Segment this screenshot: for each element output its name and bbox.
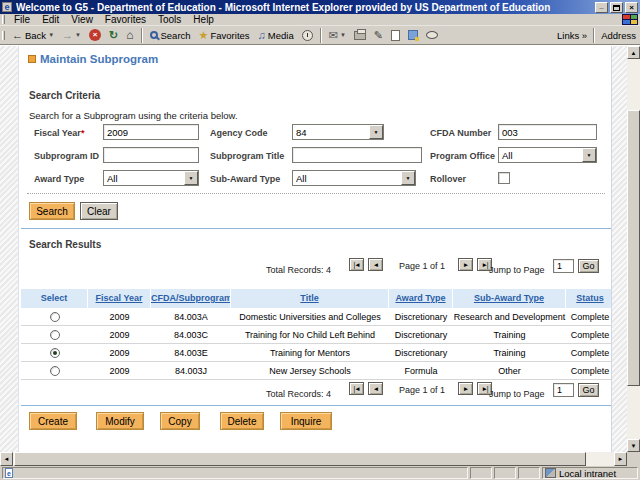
go-button[interactable]: Go bbox=[578, 259, 599, 273]
cell-status: Complete bbox=[566, 330, 612, 340]
column-header-cfda-subprogram[interactable]: CFDA/Subprogram bbox=[151, 289, 231, 308]
mail-dropdown-icon[interactable]: ▼ bbox=[340, 32, 346, 38]
window-title: Welcome to G5 - Department of Education … bbox=[16, 2, 595, 13]
favorites-button[interactable]: ★ Favorites bbox=[195, 27, 254, 44]
delete-button[interactable]: Delete bbox=[220, 412, 264, 430]
forward-button[interactable]: → ▼ bbox=[58, 27, 85, 44]
links-chevron-icon[interactable]: » bbox=[582, 30, 587, 41]
search-icon bbox=[150, 31, 158, 39]
restore-button[interactable] bbox=[610, 2, 623, 13]
previous-page-button[interactable]: ◄ bbox=[368, 258, 383, 271]
status-cell bbox=[470, 467, 492, 479]
menu-favorites[interactable]: Favorites bbox=[99, 14, 152, 26]
menu-view[interactable]: View bbox=[65, 14, 99, 26]
column-header-title[interactable]: Title bbox=[231, 289, 389, 308]
next-page-button[interactable]: ► bbox=[458, 258, 473, 271]
toolbar-separator bbox=[320, 28, 322, 43]
column-header-fiscal-year[interactable]: Fiscal Year bbox=[88, 289, 151, 308]
media-button[interactable]: ♫ Media bbox=[254, 27, 298, 44]
first-page-button[interactable]: |◄ bbox=[349, 258, 364, 271]
menu-file[interactable]: File bbox=[8, 14, 36, 26]
column-header-award-type[interactable]: Award Type bbox=[389, 289, 453, 308]
print-button[interactable] bbox=[350, 27, 370, 44]
go-button[interactable]: Go bbox=[578, 383, 599, 397]
sub-award-type-select[interactable]: All ▼ bbox=[292, 170, 416, 186]
section-divider bbox=[21, 405, 611, 406]
row-select-radio[interactable] bbox=[50, 366, 60, 376]
status-cell bbox=[518, 467, 540, 479]
cfda-number-input[interactable] bbox=[498, 124, 597, 140]
forward-dropdown-icon[interactable]: ▼ bbox=[75, 32, 81, 38]
scroll-left-icon[interactable]: ◄ bbox=[0, 452, 13, 466]
pagination-top: Total Records: 4 |◄ ◄ Page 1 of 1 ► ►| J… bbox=[19, 256, 612, 280]
back-button[interactable]: ← Back ▼ bbox=[8, 27, 58, 44]
criteria-row-1: Fiscal Year* Agency Code 84 ▼ CFDA Numbe… bbox=[19, 124, 612, 142]
links-bar-label[interactable]: Links » bbox=[554, 30, 590, 41]
row-select-radio[interactable] bbox=[50, 312, 60, 322]
program-office-label: Program Office bbox=[430, 151, 495, 161]
horizontal-scrollbar-thumb[interactable] bbox=[14, 452, 586, 466]
create-button[interactable]: Create bbox=[29, 412, 77, 430]
agency-code-select[interactable]: 84 ▼ bbox=[292, 124, 384, 140]
cell-award-type: Discretionary bbox=[389, 312, 453, 322]
copy-button[interactable]: Copy bbox=[160, 412, 200, 430]
toolbar-separator bbox=[141, 28, 143, 43]
inquire-button[interactable]: Inquire bbox=[280, 412, 332, 430]
fiscal-year-input[interactable] bbox=[103, 124, 199, 140]
award-type-dropdown-icon[interactable]: ▼ bbox=[184, 171, 198, 185]
address-bar-label[interactable]: Address bbox=[598, 30, 640, 41]
scrollbar-corner bbox=[627, 452, 640, 466]
mail-button[interactable]: ✉ ▼ bbox=[325, 27, 350, 44]
sub-award-type-dropdown-icon[interactable]: ▼ bbox=[401, 171, 415, 185]
subprogram-title-input[interactable] bbox=[292, 147, 422, 163]
cell-status: Complete bbox=[566, 312, 612, 322]
menu-edit[interactable]: Edit bbox=[36, 14, 65, 26]
vertical-scrollbar[interactable]: ▲ ▼ bbox=[627, 46, 640, 452]
toolbar-grip[interactable] bbox=[2, 31, 5, 40]
vertical-scrollbar-thumb[interactable] bbox=[627, 110, 640, 386]
clear-button[interactable]: Clear bbox=[80, 202, 118, 220]
stop-button[interactable]: × bbox=[85, 27, 105, 44]
edit-button[interactable]: ✎ bbox=[370, 27, 387, 44]
agency-code-dropdown-icon[interactable]: ▼ bbox=[369, 125, 383, 139]
horizontal-scrollbar[interactable]: ◄ ► bbox=[0, 452, 627, 466]
back-dropdown-icon[interactable]: ▼ bbox=[48, 32, 54, 38]
refresh-button[interactable]: ↻ bbox=[105, 27, 122, 44]
document-button[interactable] bbox=[387, 27, 404, 44]
scroll-up-icon[interactable]: ▲ bbox=[627, 46, 640, 59]
search-button[interactable]: Search bbox=[29, 202, 75, 220]
column-header-sub-award-type[interactable]: Sub-Award Type bbox=[453, 289, 566, 308]
security-zone-cell: Local intranet bbox=[542, 467, 638, 479]
modify-button[interactable]: Modify bbox=[96, 412, 144, 430]
scroll-down-icon[interactable]: ▼ bbox=[627, 439, 640, 452]
next-page-button[interactable]: ► bbox=[458, 382, 473, 395]
award-type-select[interactable]: All ▼ bbox=[103, 170, 199, 186]
row-select-radio[interactable] bbox=[50, 348, 60, 358]
messenger-button[interactable] bbox=[404, 27, 422, 44]
jump-to-page-input[interactable] bbox=[553, 383, 574, 397]
program-office-dropdown-icon[interactable]: ▼ bbox=[582, 148, 596, 162]
search-toolbar-button[interactable]: Search bbox=[146, 27, 195, 44]
column-header-status[interactable]: Status bbox=[566, 289, 612, 308]
sub-award-type-label: Sub-Award Type bbox=[210, 174, 280, 184]
jump-to-page-input[interactable] bbox=[553, 259, 574, 273]
menu-help[interactable]: Help bbox=[187, 14, 220, 26]
menu-grip[interactable] bbox=[2, 15, 5, 24]
close-button[interactable]: × bbox=[625, 2, 638, 13]
discuss-button[interactable] bbox=[422, 27, 442, 44]
browser-content-area: Maintain Subprogram Search Criteria Sear… bbox=[0, 46, 640, 452]
menu-tools[interactable]: Tools bbox=[152, 14, 187, 26]
history-button[interactable] bbox=[298, 27, 317, 44]
first-page-button[interactable]: |◄ bbox=[349, 382, 364, 395]
minimize-button[interactable]: _ bbox=[595, 2, 608, 13]
row-select-radio[interactable] bbox=[50, 330, 60, 340]
home-button[interactable]: ⌂ bbox=[122, 27, 137, 44]
rollover-checkbox[interactable] bbox=[498, 172, 510, 184]
award-type-label: Award Type bbox=[34, 174, 84, 184]
cfda-number-label: CFDA Number bbox=[430, 128, 491, 138]
subprogram-id-input[interactable] bbox=[103, 147, 199, 163]
scroll-right-icon[interactable]: ► bbox=[614, 452, 627, 466]
media-icon: ♫ bbox=[258, 30, 266, 41]
program-office-select[interactable]: All ▼ bbox=[498, 147, 597, 163]
previous-page-button[interactable]: ◄ bbox=[368, 382, 383, 395]
